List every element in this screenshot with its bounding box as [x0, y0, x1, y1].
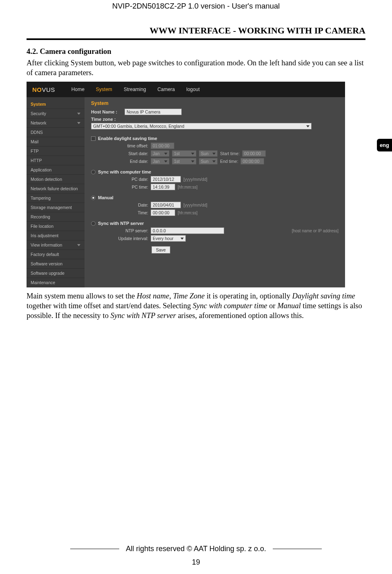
start-dow-value: Sun: [201, 151, 209, 156]
start-month-value: Jan: [153, 151, 160, 156]
manual-time-hint: [hh:mm:ss]: [178, 211, 198, 215]
sidebar-item-security[interactable]: Security: [27, 109, 85, 118]
sidebar-item-label: Motion detection: [31, 177, 62, 182]
sidebar-item-label: Network: [31, 120, 47, 125]
logo: NOVUS: [32, 86, 55, 93]
page-number: 19: [27, 558, 365, 567]
nav-item-streaming[interactable]: Streaming: [124, 87, 146, 92]
sidebar-item-iris-adjustment[interactable]: Iris adjustment: [27, 231, 85, 240]
sidebar-item-software-version[interactable]: Software version: [27, 259, 85, 269]
end-month-value: Jan: [153, 159, 160, 164]
sidebar-item-file-location[interactable]: File location: [27, 222, 85, 231]
start-time-label: Start time:: [220, 151, 240, 156]
language-tab[interactable]: eng: [377, 139, 392, 151]
sidebar-item-ftp[interactable]: FTP: [27, 147, 85, 156]
sidebar-item-maintenance[interactable]: Maintenance: [27, 278, 85, 287]
end-month-select[interactable]: Jan: [151, 158, 169, 165]
intro-paragraph: After clicking System button, web page s…: [27, 58, 365, 78]
sidebar-item-network[interactable]: Network: [27, 118, 85, 128]
sidebar-item-tampering[interactable]: Tampering: [27, 194, 85, 203]
manual-date-input[interactable]: 2010/04/01: [151, 202, 181, 208]
italic: Sync with computer time: [193, 302, 267, 310]
sidebar-item-recording[interactable]: Recording: [27, 212, 85, 222]
end-date-label: End date:: [113, 159, 148, 164]
sidebar-item-label: System: [31, 102, 46, 107]
start-dow-select[interactable]: Sun: [199, 150, 218, 157]
sidebar-item-label: HTTP: [31, 158, 42, 163]
sidebar-item-ddns[interactable]: DDNS: [27, 128, 85, 137]
nav-item-system[interactable]: System: [96, 87, 112, 92]
sidebar-item-label: Factory default: [31, 252, 59, 257]
sidebar-item-http[interactable]: HTTP: [27, 156, 85, 165]
manual-radio[interactable]: [91, 196, 96, 200]
logo-part-a: NO: [32, 86, 42, 93]
nav-item-logout[interactable]: logout: [186, 87, 200, 92]
dst-enable-label: Enable daylight saving time: [98, 136, 157, 141]
sidebar-item-label: Software version: [31, 261, 62, 266]
text: Main system menu allows to set the: [27, 292, 137, 300]
time-zone-value: GMT+00:00 Gambia, Liberia, Morocco, Engl…: [93, 124, 184, 129]
save-button[interactable]: Save: [151, 246, 170, 254]
host-name-input[interactable]: Novus IP Camera: [125, 109, 182, 115]
ntp-radio[interactable]: [91, 221, 96, 226]
manual-time-input[interactable]: 00:00:00: [151, 209, 175, 216]
sidebar-item-network-failure-detection[interactable]: Network failure detection: [27, 184, 85, 194]
sidebar-item-software-upgrade[interactable]: Software upgrade: [27, 269, 85, 278]
screenshot: NOVUS HomeSystemStreamingCameralogout Sy…: [27, 82, 345, 287]
start-month-select[interactable]: Jan: [151, 150, 169, 157]
italic: Host name: [137, 292, 169, 300]
sidebar-item-factory-default[interactable]: Factory default: [27, 250, 85, 259]
chevron-down-icon: [164, 153, 167, 155]
manual-date-label: Date:: [113, 202, 148, 207]
sidebar-item-label: FTP: [31, 149, 39, 154]
chevron-down-icon: [77, 244, 80, 246]
sidebar-item-application[interactable]: Application: [27, 165, 85, 175]
text: together with time offset and start/end …: [27, 302, 193, 310]
nav-item-home[interactable]: Home: [71, 87, 85, 92]
dst-checkbox[interactable]: [91, 136, 96, 141]
sync-pc-radio[interactable]: [91, 170, 96, 174]
nav-item-camera[interactable]: Camera: [158, 87, 175, 92]
sidebar-item-mail[interactable]: Mail: [27, 137, 85, 147]
doc-header: NVIP-2DN5018CZ-2P 1.0 version - User's m…: [27, 0, 365, 13]
manual-time-label: Time:: [113, 210, 148, 215]
ntp-interval-select[interactable]: Every hour: [151, 235, 186, 242]
time-zone-select[interactable]: GMT+00:00 Gambia, Liberia, Morocco, Engl…: [91, 123, 312, 129]
start-day-select[interactable]: 1st: [172, 150, 196, 157]
panel-title: System: [91, 100, 339, 106]
ntp-server-input[interactable]: 0.0.0.0: [151, 227, 224, 234]
sidebar-item-storage-management[interactable]: Storage management: [27, 203, 85, 212]
sidebar-item-label: View information: [31, 243, 62, 247]
start-time-input[interactable]: 00:00:00: [242, 150, 266, 157]
chevron-down-icon: [306, 125, 310, 127]
ntp-server-label: NTP server:: [113, 228, 148, 233]
ntp-interval-label: Update interval:: [113, 236, 148, 241]
start-date-label: Start date:: [113, 151, 148, 156]
text: arises, aforementioned option allows thi…: [176, 311, 304, 320]
sidebar-item-motion-detection[interactable]: Motion detection: [27, 175, 85, 184]
top-nav: HomeSystemStreamingCameralogout: [71, 87, 200, 92]
description-paragraph: Main system menu allows to set the Host …: [27, 291, 365, 320]
host-name-label: Host Name :: [91, 109, 122, 114]
sidebar-item-label: Tampering: [31, 196, 51, 200]
ntp-server-hint: [host name or IP address]: [292, 229, 339, 233]
end-dow-select[interactable]: Sun: [199, 158, 218, 165]
chevron-down-icon: [77, 122, 80, 124]
end-time-input[interactable]: 00:00:00: [241, 158, 264, 165]
sidebar-item-view-information[interactable]: View information: [27, 240, 85, 250]
pc-time-input[interactable]: 14:16:39: [151, 184, 175, 190]
footer-text: All rights reserved © AAT Holding sp. z …: [126, 545, 266, 553]
pc-time-label: PC time:: [113, 185, 148, 189]
text: it is operating in, optionally: [205, 292, 292, 300]
pc-date-label: PC date:: [113, 177, 148, 182]
italic: Sync with NTP server: [111, 311, 176, 320]
section-title: WWW INTERFACE - WORKING WITH IP CAMERA: [27, 25, 365, 36]
pc-date-input[interactable]: 2012/10/12: [151, 176, 181, 182]
sidebar-item-label: Storage management: [31, 205, 72, 210]
end-day-select[interactable]: 1st: [172, 158, 196, 165]
sidebar-item-system[interactable]: System: [27, 100, 85, 109]
manual-date-hint: [yyyy/mm/dd]: [183, 203, 207, 207]
time-offset-input[interactable]: 01:00:00: [151, 142, 174, 149]
ntp-interval-value: Every hour: [153, 236, 174, 241]
chevron-down-icon: [164, 160, 167, 162]
